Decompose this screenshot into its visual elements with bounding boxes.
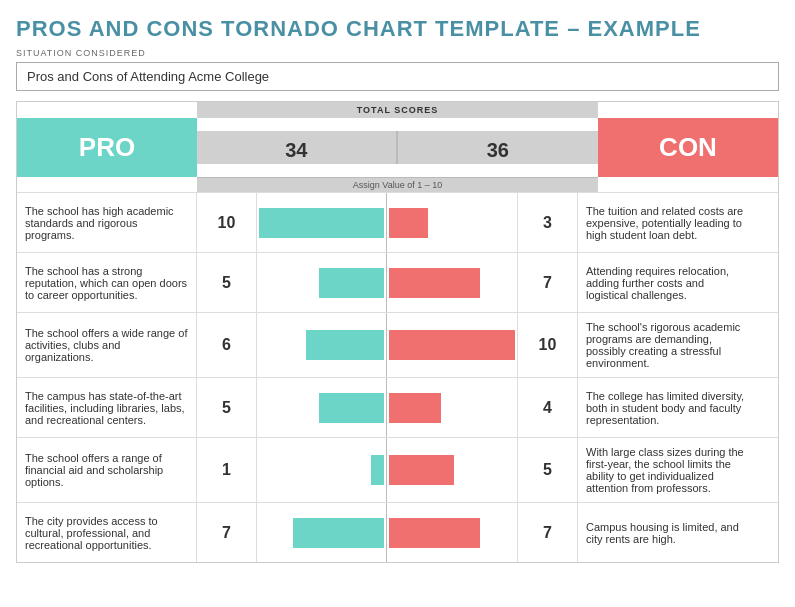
con-bar-cell [387,438,517,502]
pro-header: PRO [17,118,197,177]
pro-text: The school offers a wide range of activi… [17,313,197,377]
con-bar [389,518,480,548]
table-row: The school offers a wide range of activi… [17,312,778,377]
pro-text: The campus has state-of-the-art faciliti… [17,378,197,437]
con-text: With large class sizes during the first-… [577,438,757,502]
pro-bar [319,268,384,298]
pro-text: The school offers a range of financial a… [17,438,197,502]
pro-text: The school has a strong reputation, whic… [17,253,197,312]
con-value: 3 [517,193,577,252]
pro-bar-cell [257,253,387,312]
con-header: CON [598,118,778,177]
con-text: The tuition and related costs are expens… [577,193,757,252]
chart-container: TOTAL SCORES PRO 34 36 CON Assign Value … [16,101,779,563]
con-text: Campus housing is limited, and city rent… [577,503,757,562]
main-title: PROS AND CONS TORNADO CHART TEMPLATE – E… [16,16,779,42]
pro-bar-cell [257,313,387,377]
table-row: The school has high academic standards a… [17,192,778,252]
con-value: 7 [517,253,577,312]
pro-bar [371,455,384,485]
con-bar [389,455,454,485]
situation-box: Pros and Cons of Attending Acme College [16,62,779,91]
pro-bar-cell [257,193,387,252]
pro-text: The school has high academic standards a… [17,193,197,252]
pro-bar [306,330,384,360]
table-row: The school offers a range of financial a… [17,437,778,502]
con-text: Attending requires relocation, adding fu… [577,253,757,312]
con-value: 10 [517,313,577,377]
con-bar [389,330,515,360]
pro-text: The city provides access to cultural, pr… [17,503,197,562]
con-value: 7 [517,503,577,562]
con-bar-cell [387,193,517,252]
total-scores-label: TOTAL SCORES [197,102,598,118]
table-row: The school has a strong reputation, whic… [17,252,778,312]
con-text: The school's rigorous academic programs … [577,313,757,377]
pro-value: 7 [197,503,257,562]
pro-bar-cell [257,503,387,562]
con-total-score: 36 [398,131,599,164]
pro-total-score: 34 [197,131,398,164]
pro-value: 5 [197,378,257,437]
con-bar [389,393,441,423]
pro-bar-cell [257,438,387,502]
table-row: The campus has state-of-the-art faciliti… [17,377,778,437]
pro-bar [319,393,384,423]
pro-value: 5 [197,253,257,312]
pro-bar [293,518,384,548]
con-bar-cell [387,503,517,562]
con-bar-cell [387,313,517,377]
assign-value-label: Assign Value of 1 – 10 [197,177,598,192]
pro-value: 6 [197,313,257,377]
con-bar-cell [387,378,517,437]
situation-label: SITUATION CONSIDERED [16,48,779,58]
pro-bar-cell [257,378,387,437]
con-bar [389,208,428,238]
con-text: The college has limited diversity, both … [577,378,757,437]
con-value: 5 [517,438,577,502]
pro-bar [259,208,384,238]
con-bar [389,268,480,298]
pro-value: 1 [197,438,257,502]
pro-value: 10 [197,193,257,252]
table-row: The city provides access to cultural, pr… [17,502,778,562]
con-value: 4 [517,378,577,437]
con-bar-cell [387,253,517,312]
